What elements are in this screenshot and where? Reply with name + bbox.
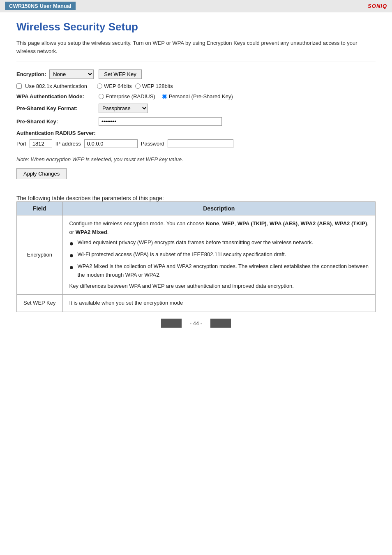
wpa-bullet: ● Wi-Fi protected access (WPA) is a subs…: [69, 250, 369, 261]
radius-password-input[interactable]: [168, 139, 233, 148]
encryption-label: Encryption:: [16, 71, 46, 77]
manual-label: CWR150NS User Manual: [5, 2, 76, 10]
port-input[interactable]: [30, 139, 52, 148]
pre-shared-key-input[interactable]: [99, 117, 222, 126]
encryption-select[interactable]: None WEP WPA (TKIP) WPA (AES) WPA2 (AES)…: [49, 69, 94, 79]
wep-128bits-radio[interactable]: [135, 83, 141, 89]
passphrase-select[interactable]: Passphrase Hex: [99, 104, 148, 113]
enterprise-label: Enterprise (RADIUS): [106, 93, 155, 99]
wep-bullet-text: Wired equivalent privacy (WEP) encrypts …: [78, 238, 314, 247]
footer-right-box: [210, 319, 231, 328]
ip-address-label: IP address: [55, 141, 81, 147]
wpa-auth-mode-row: WPA Authentication Mode: Enterprise (RAD…: [16, 93, 376, 99]
use-8021x-checkbox[interactable]: [16, 83, 22, 89]
set-wep-key-description: It is available when you set the encrypt…: [62, 295, 375, 312]
wep-128bits-option: WEP 128bits: [135, 83, 173, 89]
bullet-dot-3: ●: [69, 262, 75, 273]
table-row-encryption: Encryption Configure the wireless encryp…: [17, 215, 376, 295]
main-content: Wireless Security Setup This page allows…: [0, 12, 392, 340]
wep-64bits-option: WEP 64bits: [97, 83, 132, 89]
radius-section: Authentication RADIUS Server: Port IP ad…: [16, 130, 376, 148]
port-label: Port: [16, 141, 26, 147]
pre-shared-key-row: Pre-Shared Key:: [16, 117, 376, 126]
page-footer: - 44 -: [16, 319, 376, 328]
pre-shared-key-format-row: Pre-Shared Key Format: Passphrase Hex: [16, 104, 376, 113]
wpa-auth-mode-options: Enterprise (RADIUS) Personal (Pre-Shared…: [99, 93, 233, 99]
radius-row: Port IP address Password: [16, 139, 376, 148]
pre-shared-key-format-label: Pre-Shared Key Format:: [16, 105, 99, 111]
encryption-field-name: Encryption: [17, 215, 63, 295]
use-8021x-row: Use 802.1x Authentication WEP 64bits WEP…: [16, 83, 376, 89]
divider: [16, 62, 376, 62]
set-wep-key-field-name: Set WEP Key: [17, 295, 63, 312]
description-header: Description: [62, 202, 375, 215]
wpa-bullet-text: Wi-Fi protected access (WPA) is a subset…: [78, 250, 286, 259]
footer-left-box: [161, 319, 182, 328]
personal-option: Personal (Pre-Shared Key): [162, 93, 233, 99]
page-title: Wireless Security Setup: [16, 21, 376, 33]
wep-bullet: ● Wired equivalent privacy (WEP) encrypt…: [69, 238, 369, 249]
personal-radio[interactable]: [162, 94, 167, 99]
radius-server-title: Authentication RADIUS Server:: [16, 130, 376, 136]
wpa2-bullet: ● WPA2 Mixed is the collection of WPA an…: [69, 262, 369, 280]
password-label: Password: [141, 141, 164, 147]
page-description: This page allows you setup the wireless …: [16, 39, 376, 55]
page-number: - 44 -: [190, 320, 202, 326]
pre-shared-key-label: Pre-Shared Key:: [16, 118, 99, 125]
wep-64bits-radio[interactable]: [97, 83, 102, 89]
brand-logo: SONIQ: [368, 3, 387, 9]
form-section: Encryption: None WEP WPA (TKIP) WPA (AES…: [16, 69, 376, 187]
bullet-dot-2: ●: [69, 250, 75, 261]
table-row-set-wep-key: Set WEP Key It is available when you set…: [17, 295, 376, 312]
description-table: Field Description Encryption Configure t…: [16, 201, 376, 312]
personal-label: Personal (Pre-Shared Key): [169, 93, 233, 99]
table-intro: The following table describes the parame…: [16, 195, 376, 201]
bullet-dot-1: ●: [69, 238, 75, 249]
enterprise-radio[interactable]: [99, 94, 104, 99]
apply-changes-button[interactable]: Apply Changes: [16, 168, 67, 179]
ip-address-input[interactable]: [84, 139, 138, 148]
top-bar: CWR150NS User Manual SONIQ: [0, 0, 392, 12]
wep-note: Note: When encryption WEP is selected, y…: [16, 156, 376, 162]
use-8021x-label: Use 802.1x Authentication: [25, 83, 87, 89]
wep-64bits-label: WEP 64bits: [104, 83, 132, 89]
set-wep-key-button[interactable]: Set WEP Key: [99, 69, 142, 79]
wpa-auth-mode-label: WPA Authentication Mode:: [16, 93, 99, 99]
wep-128bits-label: WEP 128bits: [142, 83, 173, 89]
encryption-row: Encryption: None WEP WPA (TKIP) WPA (AES…: [16, 69, 376, 79]
encryption-description: Configure the wireless encryption mode. …: [62, 215, 375, 295]
enterprise-option: Enterprise (RADIUS): [99, 93, 155, 99]
wpa2-bullet-text: WPA2 Mixed is the collection of WPA and …: [78, 262, 369, 280]
field-header: Field: [17, 202, 63, 215]
